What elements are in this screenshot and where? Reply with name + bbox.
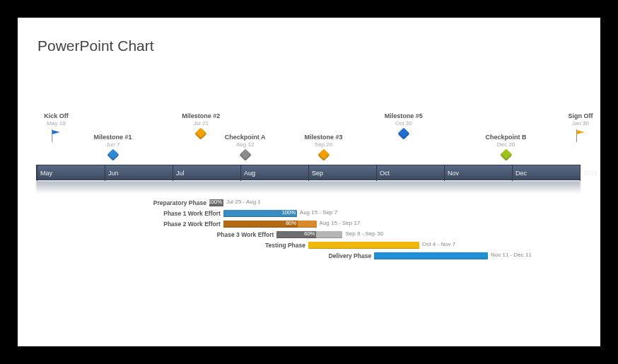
task-label: Phase 3 Work Effort bbox=[217, 231, 277, 238]
milestone-label: Kick Off bbox=[44, 112, 69, 119]
task-label: Phase 2 Work Effort bbox=[163, 221, 223, 228]
task-label: Testing Phase bbox=[265, 242, 308, 249]
page-title: PowerPoint Chart bbox=[37, 37, 581, 54]
milestone-label: Checkpoint B bbox=[485, 134, 526, 141]
axis-tick: Dec bbox=[512, 165, 527, 181]
milestone-label: Milestone #2 bbox=[182, 112, 220, 119]
flag-icon bbox=[576, 129, 585, 142]
milestone-date: Dec 20 bbox=[497, 141, 515, 148]
task-label: Phase 1 Work Effort bbox=[163, 210, 223, 217]
milestone: Milestone #2Jul 21 bbox=[182, 112, 220, 138]
milestone-label: Milestone #5 bbox=[385, 112, 423, 119]
diamond-icon bbox=[500, 149, 512, 161]
milestone: Checkpoint BDec 20 bbox=[485, 134, 526, 159]
milestone-label: Checkpoint A bbox=[225, 134, 266, 141]
milestone-date: Sep 20 bbox=[315, 141, 332, 148]
axis-tick: 2019 bbox=[580, 165, 583, 181]
milestone: Milestone #3Sep 20 bbox=[305, 134, 343, 159]
milestone-date: Jan 30 bbox=[572, 120, 589, 127]
milestone: Kick OffMay 10 bbox=[44, 112, 69, 142]
milestone-date: May 10 bbox=[47, 120, 65, 127]
task-pct: 100% bbox=[204, 198, 222, 206]
timeline-axis: MayJunJulAugSepOctNovDec2019 bbox=[36, 165, 581, 180]
task-label: Delivery Phase bbox=[329, 252, 374, 259]
milestone-date: Jun 7 bbox=[106, 141, 120, 148]
milestone-date: Aug 12 bbox=[236, 141, 254, 148]
axis-tick: Nov bbox=[444, 165, 459, 181]
task-pct: 100% bbox=[277, 209, 296, 216]
milestone: Milestone #1Jun 7 bbox=[94, 134, 132, 159]
diamond-icon bbox=[107, 149, 119, 161]
flag-icon bbox=[51, 129, 61, 142]
milestone-label: Sign Off bbox=[569, 112, 593, 119]
axis-tick: Sep bbox=[308, 165, 323, 181]
diamond-icon bbox=[397, 128, 409, 140]
task-dates: Aug 15 - Sep 7 bbox=[300, 209, 337, 216]
task-pct: 60% bbox=[296, 230, 315, 237]
milestone: Checkpoint AAug 12 bbox=[225, 134, 266, 159]
milestone-label: Milestone #3 bbox=[305, 134, 343, 141]
milestone: Milestone #5Oct 30 bbox=[385, 112, 423, 138]
task-row: Phase 1 Work Effort100%Aug 15 - Sep 7 bbox=[36, 209, 581, 218]
task-dates: Aug 15 - Sep 17 bbox=[320, 219, 361, 227]
task-dates: Nov 11 - Dec 11 bbox=[491, 251, 532, 259]
axis-tick: May bbox=[37, 165, 52, 181]
task-pct: 80% bbox=[278, 219, 296, 227]
milestone-date: Jul 21 bbox=[194, 120, 209, 127]
milestone-label: Milestone #1 bbox=[94, 134, 132, 141]
axis-tick: Oct bbox=[376, 165, 390, 181]
task-dates: Oct 4 - Nov 7 bbox=[422, 240, 455, 248]
diamond-icon bbox=[239, 149, 251, 161]
task-row: Testing PhaseOct 4 - Nov 7 bbox=[36, 241, 581, 249]
task-bar bbox=[374, 252, 488, 259]
axis-tick: Aug bbox=[240, 165, 255, 181]
task-bar bbox=[308, 242, 419, 249]
milestone-date: Oct 30 bbox=[395, 120, 412, 127]
milestone: Sign OffJan 30 bbox=[569, 112, 593, 142]
axis-tick: Jun bbox=[105, 165, 119, 181]
task-row: Phase 2 Work Effort80%Aug 15 - Sep 17 bbox=[36, 220, 581, 228]
axis-shadow bbox=[36, 181, 581, 194]
gantt-chart: MayJunJulAugSepOctNovDec2019 Kick OffMay… bbox=[36, 97, 581, 323]
task-dates: Jul 25 - Aug 1 bbox=[226, 198, 261, 206]
diamond-icon bbox=[317, 149, 330, 161]
slide: PowerPoint Chart MayJunJulAugSepOctNovDe… bbox=[18, 18, 600, 346]
task-row: Preparatory Phase100%Jul 25 - Aug 1 bbox=[36, 199, 581, 207]
task-row: Delivery PhaseNov 11 - Dec 11 bbox=[36, 252, 581, 260]
diamond-icon bbox=[195, 128, 207, 140]
task-label: Preparatory Phase bbox=[153, 199, 209, 206]
axis-tick: Jul bbox=[173, 165, 185, 181]
task-row: Phase 3 Work Effort60%Sep 8 - Sep 30 bbox=[36, 230, 581, 239]
task-dates: Sep 8 - Sep 30 bbox=[346, 230, 383, 237]
